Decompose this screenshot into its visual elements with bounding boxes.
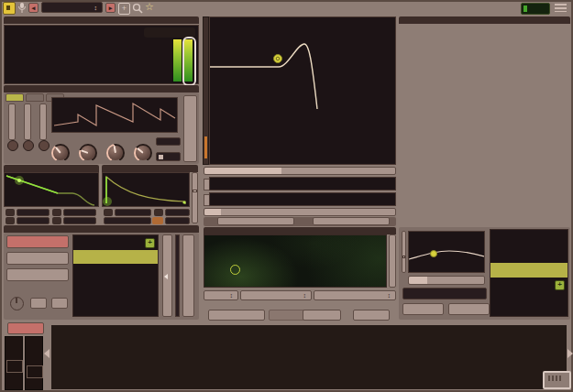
- osc-volume-slider[interactable]: [183, 95, 197, 162]
- osc-tone-knob[interactable]: [79, 144, 97, 162]
- mod-target-lfo[interactable]: [73, 250, 158, 264]
- piano-keyboard: [51, 325, 567, 389]
- favorite-star-icon[interactable]: ☆: [145, 1, 154, 13]
- osc-pitch-slider-2[interactable]: [24, 103, 31, 140]
- cpu-meter-bar: [523, 5, 527, 12]
- mod-source-aftertouch[interactable]: [6, 252, 69, 265]
- target-filter-decay[interactable]: [490, 247, 567, 262]
- osc-micro-knob-2[interactable]: [23, 140, 34, 151]
- gain-d-mini[interactable]: [6, 217, 15, 224]
- mod-source-release[interactable]: [6, 268, 69, 281]
- pan-checkbox: [159, 155, 163, 159]
- pitch-wheel[interactable]: [5, 336, 23, 390]
- output-section-header: [4, 16, 199, 24]
- preset-updown-icon: ↕: [94, 3, 98, 13]
- lfo-freq-slider[interactable]: [204, 208, 396, 216]
- xy-pad[interactable]: [204, 234, 387, 288]
- osc-pan-toggle[interactable]: [156, 152, 181, 161]
- filter-adsr-amount-slider[interactable]: [192, 172, 198, 223]
- logo-badge[interactable]: [543, 371, 571, 389]
- gain-adsr-header: [4, 165, 99, 172]
- target-filter-attack-slope[interactable]: [490, 263, 567, 278]
- gain-sustain-slider[interactable]: [63, 209, 96, 216]
- gain-r-mini[interactable]: [52, 217, 61, 224]
- mod-amount-slider-3[interactable]: [182, 234, 194, 317]
- mod-wheel[interactable]: [389, 234, 396, 288]
- browse-icon[interactable]: [132, 3, 143, 14]
- range-select[interactable]: ↕: [314, 290, 396, 300]
- root-note-select[interactable]: ↕: [204, 290, 238, 300]
- gain-a-mini[interactable]: [6, 209, 15, 216]
- preset-selector[interactable]: ↕: [41, 2, 103, 13]
- mod-curve-freq-slider[interactable]: [408, 276, 485, 285]
- osc-wave-display[interactable]: [51, 97, 178, 133]
- filter-freq-slider[interactable]: [204, 167, 396, 175]
- mod-curve-display[interactable]: [408, 231, 485, 273]
- output-waveform-display: [4, 25, 199, 84]
- xy-cursor[interactable]: [230, 265, 240, 275]
- prev-preset-button[interactable]: ◂: [28, 3, 39, 13]
- filter-attack-slider[interactable]: [115, 209, 151, 216]
- gain-attack-slider[interactable]: [17, 209, 50, 216]
- filter-sustain-slider[interactable]: [165, 209, 190, 216]
- filter-drive-slider[interactable]: [203, 16, 209, 165]
- filter-release-slider[interactable]: [165, 217, 190, 224]
- lfo-lane-2[interactable]: [209, 192, 396, 206]
- save-preset-icon[interactable]: +: [118, 3, 130, 15]
- lfo-phase-slider[interactable]: [313, 217, 390, 225]
- poly-mode-button[interactable]: [7, 322, 44, 334]
- mod-curve-depth-slider[interactable]: [402, 231, 406, 273]
- mod-amount-slider-1[interactable]: [162, 234, 172, 317]
- mod-wheel-vertical[interactable]: [25, 336, 43, 390]
- osc-depth-knob[interactable]: [134, 144, 152, 162]
- volume-slider[interactable]: [182, 37, 196, 86]
- gain-s-mini[interactable]: [52, 209, 61, 216]
- menu-icon[interactable]: [555, 4, 567, 12]
- keyboard-scroll-left-icon[interactable]: [44, 349, 50, 358]
- effects-section-header: [399, 16, 570, 24]
- mod-selected-target[interactable]: [402, 288, 487, 299]
- next-preset-button[interactable]: ▸: [105, 3, 116, 13]
- lfo-lane-1[interactable]: [209, 177, 396, 191]
- mod-target-list: +: [72, 234, 159, 317]
- bend-slider[interactable]: [208, 310, 265, 321]
- osc-micro-knob-1[interactable]: [7, 140, 18, 151]
- filter-analyzer-display[interactable]: [209, 16, 396, 165]
- filter-decay-value[interactable]: [104, 217, 151, 224]
- osc-pitch-slider-3[interactable]: [39, 103, 47, 140]
- mod-phase-slider[interactable]: [448, 303, 490, 315]
- gain-decay-slider[interactable]: [17, 217, 50, 224]
- volume-meter-left: [172, 38, 182, 82]
- detune-decay-slider[interactable]: [353, 310, 390, 321]
- add-mod-target-icon[interactable]: +: [145, 238, 155, 248]
- osc-pitch-slider-1[interactable]: [8, 103, 16, 140]
- osc-tab-2[interactable]: [26, 93, 44, 102]
- detune-amount-slider[interactable]: [303, 310, 341, 321]
- app-logo-icon[interactable]: [3, 2, 16, 15]
- osc-warp-knob[interactable]: [106, 144, 125, 162]
- gain-adsr-display[interactable]: [4, 172, 99, 207]
- target-filter-res[interactable]: [490, 232, 567, 246]
- mpe-knob[interactable]: [10, 297, 24, 310]
- updown-icon: ↕: [230, 291, 234, 300]
- cpu-meter: [521, 3, 550, 15]
- filter-adsr-display[interactable]: [102, 172, 190, 207]
- keyboard-scroll-right-icon[interactable]: [567, 349, 573, 358]
- osc-micro-knob-3[interactable]: [39, 140, 50, 151]
- filter-a-mini[interactable]: [104, 209, 113, 216]
- mpe-x-button[interactable]: [30, 298, 47, 309]
- mpe-y-button[interactable]: [51, 298, 68, 309]
- lfo-warp-slider[interactable]: [217, 217, 294, 225]
- add-target-icon[interactable]: +: [555, 280, 565, 290]
- mod-amount-slider-2[interactable]: [175, 234, 180, 317]
- osc-stereo-toggle[interactable]: [156, 137, 181, 146]
- osc-phase-knob[interactable]: [51, 144, 70, 162]
- filter-adsr-header: [102, 165, 198, 172]
- mic-icon[interactable]: [17, 2, 27, 14]
- osc-tab-1[interactable]: [6, 93, 24, 102]
- gain-release-slider[interactable]: [63, 217, 96, 224]
- mod-skew-slider[interactable]: [402, 303, 444, 315]
- filter-s-mini[interactable]: [154, 209, 163, 216]
- mod-source-velocity[interactable]: [6, 235, 69, 248]
- scale-select[interactable]: ↕: [240, 290, 312, 300]
